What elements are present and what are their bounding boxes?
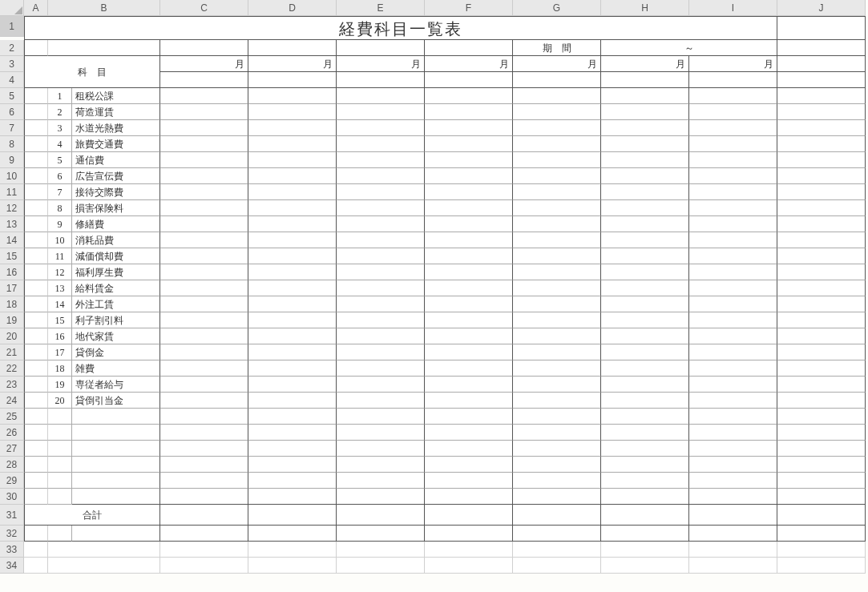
cell[interactable] <box>513 558 601 574</box>
cell[interactable] <box>513 542 601 558</box>
cell[interactable] <box>337 328 425 344</box>
cell[interactable] <box>689 136 777 152</box>
cell[interactable] <box>248 312 337 328</box>
cell[interactable] <box>24 489 48 505</box>
cell[interactable] <box>425 200 513 216</box>
cell[interactable] <box>248 120 337 136</box>
cell[interactable] <box>601 457 689 473</box>
cell[interactable] <box>337 264 425 280</box>
cell[interactable] <box>601 104 689 120</box>
row-header[interactable]: 30 <box>0 489 24 505</box>
cell[interactable] <box>160 296 248 312</box>
cell[interactable] <box>337 104 425 120</box>
cell[interactable] <box>160 489 248 505</box>
cell[interactable] <box>160 312 248 328</box>
cell[interactable] <box>24 216 48 232</box>
cell[interactable] <box>72 489 160 505</box>
cell[interactable] <box>425 409 513 425</box>
cell[interactable] <box>160 393 248 409</box>
cell[interactable] <box>425 280 513 296</box>
cell[interactable] <box>160 152 248 168</box>
cell[interactable] <box>601 505 689 526</box>
row-header[interactable]: 14 <box>0 232 24 248</box>
cell[interactable] <box>689 377 777 393</box>
cell[interactable] <box>337 409 425 425</box>
cell[interactable] <box>777 232 866 248</box>
cell[interactable] <box>777 558 866 574</box>
cell[interactable] <box>777 280 866 296</box>
row-header[interactable]: 22 <box>0 360 24 377</box>
cell[interactable] <box>337 72 425 88</box>
cell[interactable] <box>689 104 777 120</box>
cell[interactable] <box>601 200 689 216</box>
cell[interactable] <box>777 425 866 441</box>
cell[interactable] <box>601 441 689 457</box>
cell[interactable] <box>160 344 248 360</box>
row-header[interactable]: 18 <box>0 296 24 312</box>
cell[interactable] <box>337 152 425 168</box>
cell[interactable] <box>513 441 601 457</box>
cell[interactable] <box>24 441 48 457</box>
cell[interactable] <box>248 328 337 344</box>
cell[interactable] <box>601 312 689 328</box>
cell[interactable] <box>513 377 601 393</box>
cell[interactable] <box>777 152 866 168</box>
cell[interactable] <box>48 457 72 473</box>
cell[interactable] <box>425 441 513 457</box>
cell[interactable] <box>689 312 777 328</box>
cell[interactable] <box>425 377 513 393</box>
cell[interactable] <box>777 136 866 152</box>
cell[interactable] <box>160 360 248 377</box>
cell[interactable] <box>24 526 48 542</box>
cell[interactable] <box>777 104 866 120</box>
cell[interactable] <box>24 104 48 120</box>
row-header[interactable]: 2 <box>0 40 24 56</box>
cell[interactable] <box>513 152 601 168</box>
cell[interactable] <box>513 360 601 377</box>
row-header[interactable]: 1 <box>0 16 24 37</box>
cell[interactable] <box>337 489 425 505</box>
cell[interactable] <box>425 344 513 360</box>
cell[interactable] <box>601 72 689 88</box>
row-header[interactable]: 34 <box>0 558 24 574</box>
cell[interactable] <box>601 377 689 393</box>
cell[interactable] <box>248 425 337 441</box>
cell[interactable] <box>24 542 48 558</box>
cell[interactable] <box>777 473 866 489</box>
row-header[interactable]: 8 <box>0 136 24 152</box>
cell[interactable] <box>689 296 777 312</box>
cell[interactable] <box>777 344 866 360</box>
cell[interactable] <box>160 526 248 542</box>
cell[interactable] <box>513 526 601 542</box>
cell[interactable] <box>513 328 601 344</box>
cell[interactable] <box>425 489 513 505</box>
cell[interactable] <box>601 296 689 312</box>
cell[interactable] <box>160 377 248 393</box>
row-header[interactable]: 23 <box>0 377 24 393</box>
cell[interactable] <box>777 505 866 526</box>
cell[interactable] <box>337 232 425 248</box>
spreadsheet-grid[interactable]: ABCDEFGHIJ1経費科目一覧表2期 間～3科 目月月月月月月月451租税公… <box>0 0 868 574</box>
cell[interactable] <box>248 40 337 56</box>
cell[interactable] <box>601 152 689 168</box>
cell[interactable] <box>337 457 425 473</box>
cell[interactable] <box>689 457 777 473</box>
cell[interactable] <box>48 40 160 56</box>
cell[interactable] <box>601 489 689 505</box>
cell[interactable] <box>425 457 513 473</box>
cell[interactable] <box>777 542 866 558</box>
col-header-J[interactable]: J <box>777 0 866 16</box>
cell[interactable] <box>777 216 866 232</box>
cell[interactable] <box>24 425 48 441</box>
cell[interactable] <box>48 489 72 505</box>
row-header[interactable]: 6 <box>0 104 24 120</box>
cell[interactable] <box>425 216 513 232</box>
cell[interactable] <box>777 16 866 40</box>
row-header[interactable]: 32 <box>0 526 24 542</box>
cell[interactable] <box>337 360 425 377</box>
cell[interactable] <box>689 184 777 200</box>
cell[interactable] <box>689 72 777 88</box>
cell[interactable] <box>248 168 337 184</box>
cell[interactable] <box>24 152 48 168</box>
cell[interactable] <box>425 264 513 280</box>
